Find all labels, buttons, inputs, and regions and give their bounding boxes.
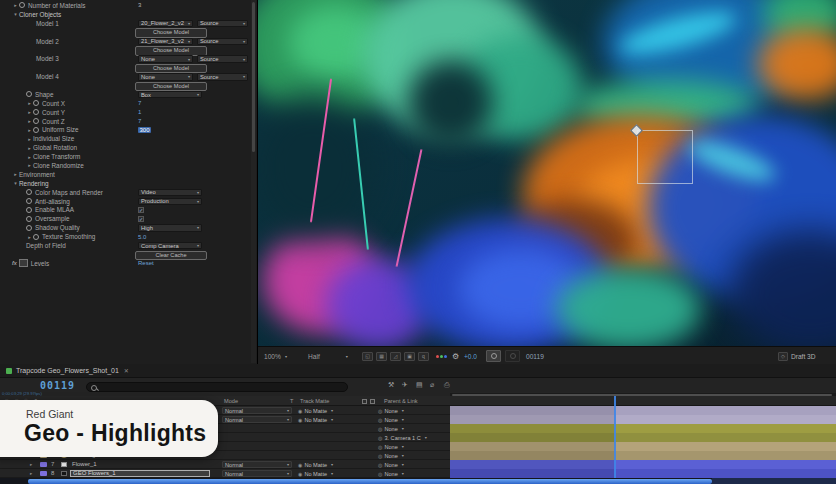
twirl-icon[interactable]: ▸ — [12, 2, 19, 8]
graph-editor-icon[interactable]: ⎙ — [444, 381, 450, 389]
parent-link-dropdown[interactable]: ◎None▾ — [378, 452, 448, 459]
property-dropdown[interactable]: 20_Flower_2_v2▾ — [138, 20, 193, 27]
property-value[interactable]: 1 — [138, 109, 141, 115]
checkbox[interactable]: ✓ — [138, 216, 144, 222]
roi-icon[interactable]: ◱ — [362, 352, 373, 361]
current-time-display[interactable]: 00119 — [40, 380, 75, 391]
stopwatch-icon[interactable] — [33, 234, 39, 240]
twirl-icon[interactable]: ▸ — [26, 100, 33, 106]
mask-outline-icon[interactable]: ◿ — [390, 352, 401, 361]
stopwatch-icon[interactable] — [26, 198, 32, 204]
magnification-dropdown[interactable]: 100%▾ — [264, 347, 287, 365]
blend-mode-dropdown[interactable]: Normal▾ — [222, 461, 292, 468]
label-color-chip[interactable] — [40, 462, 47, 468]
blend-mode-dropdown[interactable]: Normal▾ — [222, 470, 292, 477]
source-dropdown[interactable]: Source▾ — [197, 73, 248, 80]
checkbox[interactable]: ✓ — [138, 207, 144, 213]
property-value[interactable]: 7 — [138, 118, 141, 124]
layer-row[interactable]: ▸7Flower_1Normal▾◉No Matte▾◎None▾ — [0, 460, 836, 469]
parent-link-dropdown[interactable]: ◎None▾ — [378, 416, 448, 423]
property-dropdown[interactable]: None▾ — [138, 55, 193, 62]
twirl-icon[interactable]: ▸ — [26, 234, 33, 240]
motion-blur-icon[interactable]: ⌀ — [430, 381, 434, 389]
layer-name[interactable]: GEO Flowers_1 — [70, 470, 210, 477]
frame-blending-icon[interactable]: ▤ — [416, 381, 423, 389]
resolution-dropdown[interactable]: Half▾ — [308, 347, 348, 365]
blend-mode-dropdown[interactable]: Normal▾ — [222, 407, 292, 414]
stopwatch-icon[interactable] — [33, 127, 39, 133]
stopwatch-icon[interactable] — [26, 216, 32, 222]
track-matte-dropdown[interactable]: ◉No Matte▾ — [298, 470, 370, 477]
property-dropdown[interactable]: Production▾ — [138, 198, 202, 205]
parent-link-column-header[interactable]: Parent & Link — [384, 398, 418, 404]
stopwatch-icon[interactable] — [26, 225, 32, 231]
source-dropdown[interactable]: Source▾ — [197, 55, 248, 62]
layer-selection-box[interactable] — [637, 130, 693, 184]
timeline-scroll-thumb[interactable] — [28, 479, 712, 484]
settings-gear-icon[interactable]: ⚙ — [452, 347, 459, 365]
snapshot-camera-icon[interactable] — [486, 347, 501, 365]
parent-link-dropdown[interactable]: ◎None▾ — [378, 407, 448, 414]
twirl-icon[interactable]: ▸ — [30, 462, 32, 467]
twirl-icon[interactable]: ▸ — [26, 162, 33, 168]
layer-name[interactable]: Flower_1 — [72, 461, 97, 467]
pixel-aspect-icon[interactable]: ɋ — [418, 352, 429, 361]
stopwatch-icon[interactable] — [26, 207, 32, 213]
property-dropdown[interactable]: High▾ — [138, 224, 202, 231]
timeline-search-input[interactable] — [86, 382, 348, 392]
property-dropdown[interactable]: 21_Flower_3_v2▾ — [138, 38, 193, 45]
track-matte-column-header[interactable]: Track Matte — [300, 398, 329, 404]
stopwatch-icon[interactable] — [19, 2, 25, 8]
layer-row[interactable]: ▸8GEO Flowers_1Normal▾◉No Matte▾◎None▾ — [0, 469, 836, 478]
source-dropdown[interactable]: Source▾ — [197, 38, 248, 45]
timeline-tab[interactable]: Trapcode Geo_Flowers_Shot_01 — [16, 367, 119, 374]
panel-scrollbar-thumb[interactable] — [252, 2, 255, 152]
property-value[interactable]: 5.0 — [138, 234, 146, 240]
stopwatch-icon[interactable] — [33, 118, 39, 124]
property-dropdown[interactable]: None▾ — [138, 73, 193, 80]
twirl-icon[interactable]: ▸ — [26, 145, 33, 151]
property-value[interactable]: 7 — [138, 100, 141, 106]
label-color-chip[interactable] — [40, 471, 47, 477]
twirl-icon[interactable]: ▸ — [26, 118, 33, 124]
composition-viewport[interactable] — [258, 0, 836, 346]
stopwatch-icon[interactable] — [33, 109, 39, 115]
matte-toggle-icon[interactable] — [370, 399, 375, 404]
timeline-horizontal-scrollbar[interactable] — [0, 478, 836, 484]
twirl-icon[interactable]: ▾ — [12, 11, 19, 17]
mode-column-header[interactable]: Mode — [224, 398, 238, 404]
matte-toggle-icon[interactable] — [362, 399, 367, 404]
property-dropdown[interactable]: Comp Camera▾ — [138, 242, 202, 249]
parent-link-dropdown[interactable]: ◎None▾ — [378, 425, 448, 432]
parent-link-dropdown[interactable]: ◎None▾ — [378, 443, 448, 450]
property-value[interactable]: Reset — [138, 260, 154, 266]
twirl-icon[interactable]: ▸ — [12, 171, 19, 177]
stopwatch-icon[interactable] — [26, 91, 32, 97]
exposure-value[interactable]: +0.0 — [464, 347, 477, 365]
transparency-grid-icon[interactable]: ▦ — [376, 352, 387, 361]
twirl-icon[interactable]: ▸ — [26, 109, 33, 115]
parent-link-dropdown[interactable]: ◎3. Camera 1 C▾ — [378, 434, 448, 441]
blend-mode-dropdown[interactable]: Normal▾ — [222, 416, 292, 423]
twirl-icon[interactable]: ▸ — [26, 127, 33, 133]
parent-link-dropdown[interactable]: ◎None▾ — [378, 470, 448, 477]
source-dropdown[interactable]: Source▾ — [197, 20, 248, 27]
composition-mini-flowchart-icon[interactable]: ⚒ — [388, 381, 394, 389]
draft-icon[interactable]: ✈ — [402, 381, 408, 389]
property-value-selected[interactable]: 300 — [138, 127, 151, 133]
close-icon[interactable]: ✕ — [124, 367, 129, 374]
track-matte-dropdown[interactable]: ◉No Matte▾ — [298, 407, 370, 414]
region-icon[interactable]: ▣ — [404, 352, 415, 361]
show-channel-icon[interactable] — [436, 347, 447, 365]
twirl-icon[interactable]: ▸ — [26, 136, 33, 142]
property-dropdown[interactable]: Box▾ — [138, 91, 202, 98]
property-dropdown[interactable]: Video▾ — [138, 189, 202, 196]
track-matte-dropdown[interactable]: ◉No Matte▾ — [298, 416, 370, 423]
current-time-indicator-line[interactable] — [614, 396, 616, 478]
parent-link-dropdown[interactable]: ◎None▾ — [378, 461, 448, 468]
stopwatch-icon[interactable] — [26, 189, 32, 195]
panel-scrollbar[interactable] — [251, 0, 256, 363]
draft-3d-toggle[interactable]: ◇ Draft 3D — [778, 347, 816, 365]
twirl-icon[interactable]: ▸ — [26, 154, 33, 160]
t-column-header[interactable]: T — [290, 398, 293, 404]
